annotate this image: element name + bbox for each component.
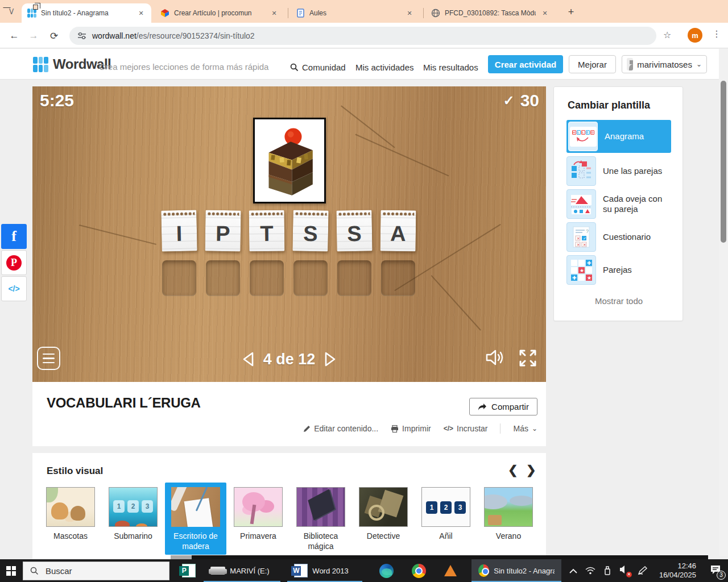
create-activity-button[interactable]: Crear actividad bbox=[488, 55, 563, 73]
letter-tile[interactable]: A bbox=[380, 210, 416, 252]
word-icon bbox=[294, 564, 308, 577]
address-bar[interactable]: wordwall.net/es/resource/90152374/sin-tí… bbox=[69, 27, 656, 45]
globe-favicon bbox=[431, 9, 440, 18]
theme-thumbnail bbox=[171, 487, 220, 527]
start-button[interactable] bbox=[0, 559, 23, 582]
template-item-cada-oveja[interactable]: Cada oveja con su pareja bbox=[566, 189, 671, 219]
visual-style-title: Estilo visual bbox=[47, 465, 103, 477]
answer-slot[interactable] bbox=[293, 260, 328, 296]
fullscreen-icon[interactable] bbox=[518, 348, 538, 371]
template-item-cuestionario[interactable]: ? ✕ ✓ ✕ ✕ Cuestionario bbox=[566, 222, 671, 252]
embed-share-button[interactable]: </> bbox=[1, 276, 27, 301]
letter-tile[interactable]: S bbox=[292, 210, 328, 251]
page-scrollbar-thumb[interactable] bbox=[721, 81, 726, 243]
taskbar-chrome-window-button[interactable]: Sin título2 - Anagra... bbox=[471, 559, 561, 582]
usb-icon[interactable] bbox=[603, 566, 611, 575]
letter-tile[interactable]: T bbox=[249, 210, 285, 252]
close-icon[interactable]: ✕ bbox=[540, 9, 549, 18]
sound-icon[interactable] bbox=[486, 349, 506, 368]
close-icon[interactable]: ✕ bbox=[270, 9, 279, 18]
chrome-icon bbox=[412, 564, 426, 578]
show-all-templates-link[interactable]: Mostrar todo bbox=[554, 296, 684, 306]
letter-tile[interactable]: P bbox=[205, 210, 241, 252]
tile-letter: T bbox=[260, 221, 274, 246]
previous-question-icon[interactable] bbox=[242, 351, 254, 367]
theme-mascotas[interactable]: Mascotas bbox=[46, 487, 95, 555]
taskbar-word-window-button[interactable]: Word 2013 bbox=[287, 559, 362, 582]
answer-slot[interactable] bbox=[206, 260, 240, 296]
embed-link[interactable]: </> Incrustar bbox=[444, 424, 488, 433]
themes-next-icon[interactable]: ❯ bbox=[526, 463, 536, 477]
close-icon[interactable]: ✕ bbox=[136, 9, 146, 18]
score-value: 30 bbox=[520, 91, 539, 110]
theme-escritorio-de-madera[interactable]: Escritorio de madera bbox=[165, 483, 226, 555]
answer-slot[interactable] bbox=[337, 260, 371, 296]
pen-icon[interactable] bbox=[638, 566, 648, 575]
template-item-label: Cada oveja con su pareja bbox=[603, 194, 671, 214]
nav-my-results[interactable]: Mis resultados bbox=[423, 63, 478, 72]
template-item-une-las-parejas[interactable]: Une las parejas bbox=[566, 156, 671, 186]
site-info-icon[interactable] bbox=[77, 31, 86, 40]
taskbar-clock[interactable]: 12:46 16/04/2025 bbox=[659, 562, 696, 580]
game-score: ✓ 30 bbox=[503, 91, 539, 110]
more-link[interactable]: Más ⌄ bbox=[513, 424, 537, 433]
theme-primavera[interactable]: Primavera bbox=[234, 487, 283, 555]
pinterest-share-button[interactable]: P bbox=[1, 250, 27, 275]
template-item-parejas[interactable]: ✚★✚★ Parejas bbox=[566, 255, 671, 285]
taskbar-vlc-button[interactable] bbox=[439, 559, 462, 582]
taskbar-edge-button[interactable] bbox=[374, 559, 399, 582]
volume-muted-icon[interactable]: ✕ bbox=[619, 565, 630, 576]
wood-scratch bbox=[341, 105, 395, 148]
print-link[interactable]: Imprimir bbox=[391, 424, 431, 433]
user-menu-button[interactable]: marivimatoses ⌄ bbox=[622, 55, 707, 73]
letter-tile[interactable]: S bbox=[336, 210, 372, 252]
browser-menu-icon[interactable]: ⋮ bbox=[712, 28, 721, 39]
new-tab-button[interactable]: + bbox=[564, 6, 578, 19]
tab-search-button[interactable]: ᐯ bbox=[5, 5, 18, 19]
upgrade-button[interactable]: Mejorar bbox=[569, 55, 616, 73]
nav-my-activities[interactable]: Mis actividades bbox=[355, 63, 414, 72]
taskbar-publisher-button[interactable] bbox=[176, 559, 201, 582]
taskbar-search-input[interactable]: Buscar bbox=[23, 562, 169, 580]
theme-label: Añil bbox=[421, 531, 470, 542]
themes-prev-icon[interactable]: ❮ bbox=[508, 463, 518, 477]
tab-divider bbox=[423, 8, 424, 18]
quiz-template-icon: ? ✕ ✓ ✕ ✕ bbox=[566, 222, 596, 252]
forward-icon[interactable]: → bbox=[26, 28, 41, 43]
theme-detective[interactable]: Detective bbox=[359, 487, 408, 555]
answer-slot[interactable] bbox=[250, 260, 284, 296]
answer-slot[interactable] bbox=[162, 260, 196, 296]
letter-tile[interactable]: I bbox=[161, 210, 197, 251]
site-header: Wordwall Crea mejores lecciones de forma… bbox=[0, 49, 728, 80]
browser-toolbar: ← → ⟳ wordwall.net/es/resource/90152374/… bbox=[0, 23, 728, 48]
browser-profile-avatar[interactable]: m bbox=[688, 28, 702, 43]
browser-tab-1[interactable]: Sin título2 - Anagrama ✕ bbox=[22, 3, 151, 23]
print-label: Imprimir bbox=[402, 424, 431, 433]
theme-biblioteca-magica[interactable]: Biblioteca mágica bbox=[296, 487, 345, 555]
close-icon[interactable]: ✕ bbox=[405, 9, 414, 18]
wordwall-logo-icon bbox=[33, 57, 48, 72]
wifi-icon[interactable] bbox=[585, 567, 595, 575]
browser-tab-2[interactable]: Crear Artículo | procomun ✕ bbox=[155, 3, 286, 23]
taskbar-chrome-button[interactable] bbox=[406, 559, 432, 582]
share-arrow-icon bbox=[478, 403, 487, 411]
facebook-share-button[interactable]: f bbox=[1, 224, 27, 249]
next-question-icon[interactable] bbox=[324, 351, 337, 367]
bookmark-star-icon[interactable]: ☆ bbox=[663, 30, 671, 40]
nav-community[interactable]: Comunidad bbox=[290, 63, 346, 72]
tile-letter: S bbox=[347, 221, 362, 246]
tray-expand-icon[interactable] bbox=[569, 568, 577, 573]
browser-tab-3[interactable]: Aules ✕ bbox=[290, 3, 421, 23]
notification-center-button[interactable]: 3 bbox=[710, 564, 721, 577]
back-icon[interactable]: ← bbox=[7, 28, 22, 43]
edit-content-link[interactable]: Editar contenido... bbox=[303, 424, 378, 433]
taskbar-drive-window-button[interactable]: MARIVÍ (E:) bbox=[204, 559, 280, 582]
browser-tab-4[interactable]: PFCD_03010892: Tasca Mòdul A ✕ bbox=[425, 3, 557, 23]
template-item-anagrama[interactable]: HLLEO Anagrama bbox=[566, 120, 671, 153]
theme-anil[interactable]: 123 Añil bbox=[421, 487, 470, 555]
share-button[interactable]: Compartir bbox=[469, 398, 537, 415]
theme-verano[interactable]: Verano bbox=[484, 487, 533, 555]
answer-slot[interactable] bbox=[381, 260, 415, 296]
theme-submarino[interactable]: 123 Submarino bbox=[109, 487, 158, 555]
reload-icon[interactable]: ⟳ bbox=[47, 28, 61, 43]
